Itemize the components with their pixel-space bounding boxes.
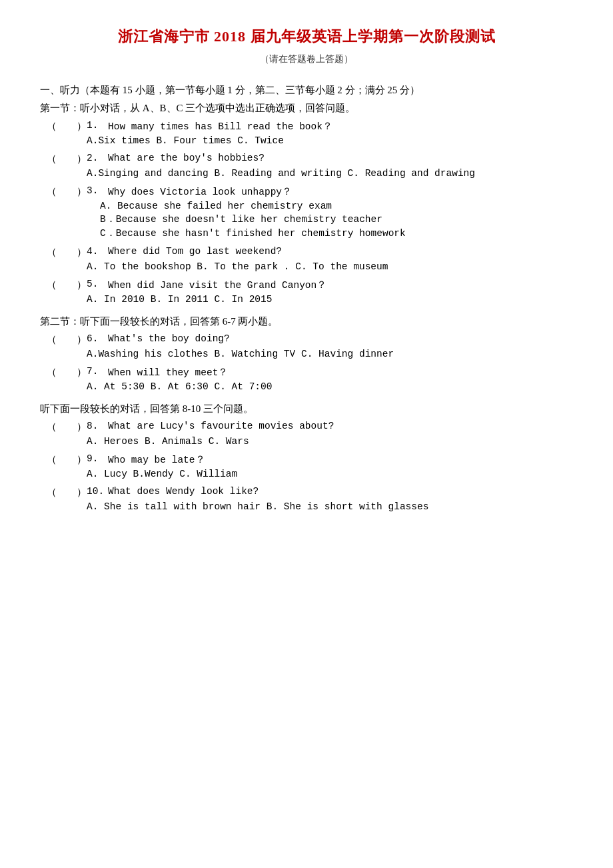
page-title: 浙江省海宁市 2018 届九年级英语上学期第一次阶段测试 (40, 27, 573, 47)
question-4: （ ） 4. Where did Tom go last weekend? A.… (40, 246, 573, 272)
q-text-10: What does Wendy look like? (108, 486, 573, 497)
q-num-10: 10. (87, 486, 108, 497)
q-num-2: 2. (87, 153, 108, 163)
question-7: （ ） 7. When will they meet？ A. At 5:30 B… (40, 366, 573, 392)
q6-options: A.Washing his clothes B. Watching TV C. … (47, 349, 573, 359)
question-2: （ ） 2. What are the boy's hobbies? A.Sin… (40, 153, 573, 179)
q-num-9: 9. (87, 453, 108, 464)
q3-optionB: B．Because she doesn't like her chemistry… (47, 213, 573, 225)
q-text-8: What are Lucy's favourite movies about? (108, 421, 573, 431)
q-num-7: 7. (87, 366, 108, 377)
q10-options: A. She is tall with brown hair B. She is… (47, 501, 573, 512)
question-3: （ ） 3. Why does Victoria look unhappy？ A… (40, 185, 573, 239)
q2-options: A.Singing and dancing B. Reading and wri… (47, 168, 573, 179)
bracket-4: （ ） (47, 246, 87, 259)
q5-options: A. In 2010 B. In 2011 C. In 2015 (47, 294, 573, 305)
bracket-9: （ ） (47, 453, 87, 466)
q-num-5: 5. (87, 279, 108, 289)
subsection3-header: 听下面一段较长的对话，回答第 8-10 三个问题。 (40, 403, 573, 415)
q-text-9: Who may be late？ (108, 453, 573, 466)
bracket-6: （ ） (47, 333, 87, 346)
q-num-1: 1. (87, 120, 108, 131)
question-9: （ ） 9. Who may be late？ A. Lucy B.Wendy … (40, 453, 573, 479)
q-text-5: When did Jane visit the Grand Canyon？ (108, 279, 573, 291)
q-text-7: When will they meet？ (108, 366, 573, 379)
question-5: （ ） 5. When did Jane visit the Grand Can… (40, 279, 573, 305)
q-text-3: Why does Victoria look unhappy？ (108, 185, 573, 198)
bracket-3: （ ） (47, 185, 87, 198)
section1-header: 一、听力（本题有 15 小题，第一节每小题 1 分，第二、三节每小题 2 分；满… (40, 84, 573, 97)
bracket-7: （ ） (47, 366, 87, 379)
q-num-4: 4. (87, 246, 108, 257)
bracket-2: （ ） (47, 153, 87, 165)
q9-options: A. Lucy B.Wendy C. William (47, 469, 573, 479)
q-num-6: 6. (87, 333, 108, 344)
question-8: （ ） 8. What are Lucy's favourite movies … (40, 421, 573, 447)
q8-options: A. Heroes B. Animals C. Wars (47, 436, 573, 447)
q-text-2: What are the boy's hobbies? (108, 153, 573, 163)
subsection2-header: 第二节：听下面一段较长的对话，回答第 6-7 两小题。 (40, 315, 573, 328)
subsection1-header: 第一节：听小对话，从 A、B、C 三个选项中选出正确选项，回答问题。 (40, 102, 573, 115)
q4-options: A. To the bookshop B. To the park . C. T… (47, 261, 573, 272)
q-text-4: Where did Tom go last weekend? (108, 246, 573, 257)
q-text-1: How many times has Bill read the book？ (108, 120, 573, 133)
question-10: （ ） 10. What does Wendy look like? A. Sh… (40, 486, 573, 512)
bracket-8: （ ） (47, 421, 87, 433)
bracket-10: （ ） (47, 486, 87, 499)
q-text-6: What's the boy doing? (108, 333, 573, 344)
q3-optionA: A. Because she failed her chemistry exam (47, 201, 573, 211)
q7-options: A. At 5:30 B. At 6:30 C. At 7:00 (47, 381, 573, 392)
q3-optionC: C．Because she hasn't finished her chemis… (47, 227, 573, 239)
q1-options: A.Six times B. Four times C. Twice (47, 135, 573, 146)
q-num-8: 8. (87, 421, 108, 431)
subtitle: （请在答题卷上答题） (40, 53, 573, 65)
question-1: （ ） 1. How many times has Bill read the … (40, 120, 573, 146)
question-6: （ ） 6. What's the boy doing? A.Washing h… (40, 333, 573, 359)
bracket-1: （ ） (47, 120, 87, 133)
bracket-5: （ ） (47, 279, 87, 291)
q-num-3: 3. (87, 185, 108, 196)
